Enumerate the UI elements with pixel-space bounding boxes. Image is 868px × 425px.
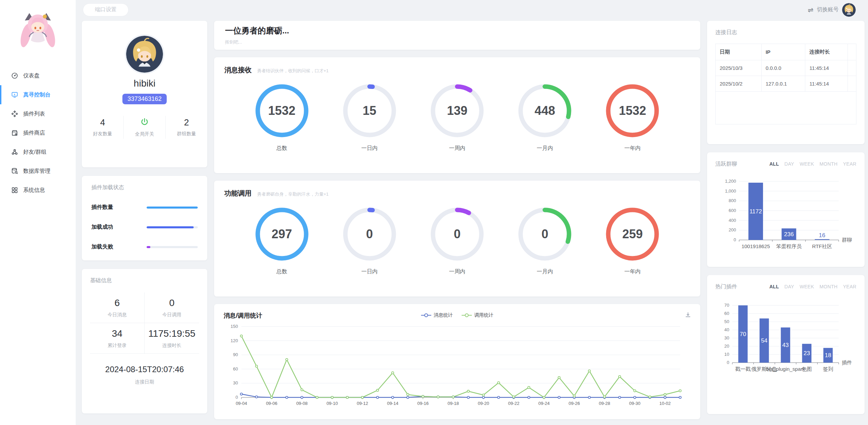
sidebar-item-store[interactable]: 插件商店 (0, 123, 76, 142)
message-received-card: 消息接收 勇者结识伙伴，收到的问候，口才+1 1532总数15一日内139一周内… (214, 57, 700, 173)
sidebar-item-friends[interactable]: 好友/群组 (0, 142, 76, 162)
ring-label: 一周内 (449, 268, 465, 275)
svg-text:236: 236 (784, 231, 794, 238)
svg-text:1,200: 1,200 (725, 179, 736, 184)
ring-label: 一年内 (624, 145, 641, 152)
svg-text:10-02: 10-02 (659, 401, 671, 406)
table-gutter-cell (848, 76, 856, 92)
connection-log-card: 连接日志 日期IP连接时长2025/10/30.0.0.011:45:14202… (707, 21, 865, 144)
svg-text:120: 120 (230, 338, 238, 343)
profile-stat: 4好友数量 (82, 116, 123, 139)
svg-text:150: 150 (230, 324, 238, 329)
table-header-cell: IP (761, 44, 805, 60)
gauge-icon (11, 72, 18, 79)
call-rings: 297总数0一日内0一周内0一月内259一年内 (224, 207, 690, 275)
ring-label: 一月内 (537, 268, 553, 275)
progress-fill (147, 246, 150, 248)
svg-text:60: 60 (233, 366, 238, 371)
tab-month[interactable]: MONTH (820, 284, 838, 289)
profile-avatar (125, 34, 164, 74)
sidebar-item-label: 插件列表 (23, 110, 45, 118)
svg-text:笨蛋程序员: 笨蛋程序员 (776, 243, 802, 249)
table-cell: 0.0.0.0 (761, 60, 805, 76)
legend-item[interactable]: 消息统计 (421, 312, 453, 318)
plugin-status-label: 加载失败 (91, 243, 113, 251)
call-card-title: 功能调用 (224, 189, 252, 198)
svg-text:400: 400 (729, 218, 736, 223)
download-icon[interactable] (685, 312, 691, 320)
svg-text:70: 70 (724, 303, 729, 308)
sidebar-item-database[interactable]: 数据库管理 (0, 162, 76, 181)
svg-text:60: 60 (724, 311, 729, 316)
active-groups-tabs: ALLDAYWEEKMONTHYEAR (769, 161, 856, 167)
swap-icon: ⇌ (808, 6, 813, 14)
power-icon[interactable] (140, 117, 149, 128)
basic-info-value: 34 (112, 328, 122, 339)
svg-text:1001918625: 1001918625 (742, 243, 770, 249)
table-gutter-cell (848, 60, 856, 76)
store-icon (11, 129, 18, 137)
function-call-card: 功能调用 勇者磨砺自身，辛勤的汗水，力量+1 297总数0一日内0一周内0一月内… (214, 181, 700, 297)
profile-stats: 4好友数量全局开关2群组数量 (82, 116, 207, 139)
hero-subtitle: 挥剑吧... (225, 39, 689, 45)
tab-month[interactable]: MONTH (820, 161, 838, 167)
tab-week[interactable]: WEEK (799, 284, 814, 289)
tab-day[interactable]: DAY (784, 161, 794, 167)
account-avatar[interactable] (842, 3, 856, 17)
switch-account-button[interactable]: ⇌ 切换账号 (808, 3, 856, 17)
profile-name: hibiki (134, 78, 155, 89)
profile-stat[interactable]: 全局开关 (123, 116, 165, 139)
basic-info-title: 基础信息 (90, 277, 199, 284)
table-header-cell: 连接时长 (805, 44, 848, 60)
svg-text:0: 0 (727, 360, 729, 365)
profile-stat-value: 4 (100, 117, 105, 128)
table-header-cell: 日期 (716, 44, 762, 60)
svg-text:09-26: 09-26 (569, 401, 580, 406)
tab-week[interactable]: WEEK (799, 161, 814, 167)
sidebar-item-label: 系统信息 (23, 187, 45, 194)
ring-label: 一月内 (537, 145, 553, 152)
table-cell: 2025/10/2 (716, 76, 762, 92)
ring-value: 0 (430, 207, 484, 261)
legend-item[interactable]: 调用统计 (462, 312, 493, 318)
tab-all[interactable]: ALL (769, 161, 779, 167)
ring-label: 总数 (276, 268, 287, 275)
basic-info-cell: 1175:19:55连接时长 (145, 323, 199, 354)
table-header-gutter (848, 44, 856, 60)
svg-text:800: 800 (729, 198, 736, 203)
table-cell: 11:45:14 (805, 60, 848, 76)
port-settings-button[interactable]: 端口设置 (83, 3, 129, 16)
plugin-status-label: 加载成功 (91, 224, 113, 231)
sidebar-item-label: 真寻控制台 (23, 91, 50, 98)
sidebar-item-gauge[interactable]: 仪表盘 (0, 66, 76, 85)
svg-text:09-14: 09-14 (387, 401, 398, 406)
sidebar-item-plugins[interactable]: 插件列表 (0, 104, 76, 123)
sidebar-item-console[interactable]: 真寻控制台 (0, 85, 76, 104)
ring-label: 一周内 (449, 145, 465, 152)
main-area: 端口设置 ⇌ 切换账号 hibiki 3373463162 4好友数量全局开关2… (76, 0, 868, 425)
svg-text:18: 18 (825, 352, 831, 359)
database-icon (11, 167, 18, 175)
call-card-header: 功能调用 勇者磨砺自身，辛勤的汗水，力量+1 (224, 189, 690, 198)
tab-day[interactable]: DAY (784, 284, 794, 289)
svg-text:23: 23 (804, 350, 810, 356)
profile-stat-label: 群组数量 (177, 131, 196, 137)
ring-graphic: 448 (518, 84, 572, 138)
avatar-image (126, 36, 163, 73)
tab-year[interactable]: YEAR (843, 161, 856, 167)
svg-text:20: 20 (724, 344, 729, 349)
plugin-status-row: 插件数量 (91, 204, 198, 211)
basic-info-value: 1175:19:55 (148, 328, 195, 339)
basic-info-label: 连接时长 (162, 343, 181, 349)
sidebar-item-system[interactable]: 系统信息 (0, 181, 76, 200)
ring-graphic: 259 (605, 207, 660, 261)
content: hibiki 3373463162 4好友数量全局开关2群组数量 插件加载状态 … (76, 19, 868, 419)
legend-label: 调用统计 (474, 312, 493, 318)
tab-all[interactable]: ALL (769, 284, 779, 289)
svg-text:09-04: 09-04 (236, 401, 247, 406)
sidebar-item-label: 仪表盘 (23, 72, 40, 79)
tab-year[interactable]: YEAR (843, 284, 856, 289)
table-header-row: 日期IP连接时长 (716, 44, 856, 60)
active-groups-chart: 02004006008001,0001,20011721001918625236… (715, 177, 856, 258)
legend-marker (462, 313, 472, 317)
